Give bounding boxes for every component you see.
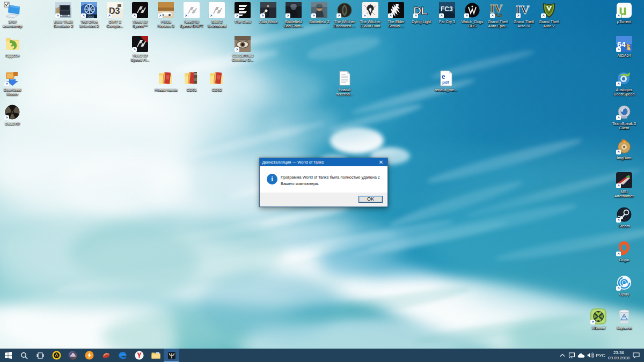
svg-text:DU2: DU2 (87, 15, 94, 18)
svg-text:FLC: FLC (494, 13, 503, 18)
svg-text:pdf: pdf (442, 80, 449, 85)
svg-text:FC3: FC3 (441, 5, 453, 13)
svg-text:e: e (442, 72, 445, 80)
